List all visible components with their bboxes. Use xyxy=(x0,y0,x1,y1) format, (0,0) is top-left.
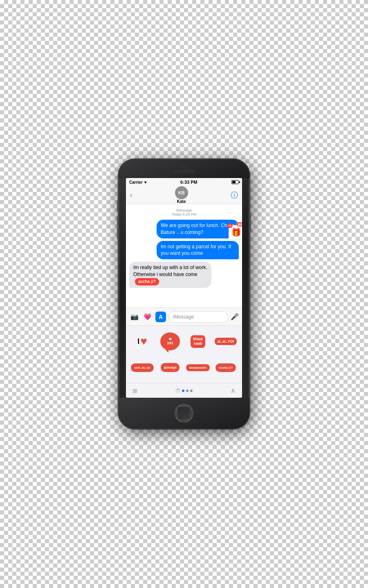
top-bezel xyxy=(119,159,249,178)
camera-button[interactable]: 📷 xyxy=(129,312,140,322)
gift-sticker: 🎁 +1 please xyxy=(229,225,242,240)
sticker-oohla[interactable]: ooh..la..la! xyxy=(129,355,155,380)
inline-sticker-acchaji: accha ji? xyxy=(135,278,159,285)
sticker-bhaai-saab[interactable]: bhaaisaab xyxy=(185,329,211,354)
bubble-1-text: We are going out for lunch. Chole Bature… xyxy=(161,223,234,235)
messages-area: iMessageToday 6:29 PM We are going out f… xyxy=(126,204,242,307)
message-row-2: Im not getting a parcel for you. If you … xyxy=(129,241,239,260)
wifi-icon: ▾ xyxy=(144,180,146,185)
sticker-khaamosh[interactable]: khaamosh! xyxy=(185,355,211,380)
bubble-3-text: Im really tied up with a lot of work. Ot… xyxy=(133,265,207,277)
sticker-khaamosh-content: khaamosh! xyxy=(186,364,210,371)
dot-3 xyxy=(190,390,193,392)
time-label: 6:33 PM xyxy=(180,180,197,185)
bubble-2: Im not getting a parcel for you. If you … xyxy=(157,241,239,260)
message-row-1: We are going out for lunch. Chole Bature… xyxy=(129,220,239,238)
panel-bottom: ⊞ ⏱ ∧ xyxy=(126,383,242,398)
back-button[interactable]: ‹ xyxy=(130,192,132,199)
page-dots: ⏱ xyxy=(175,388,193,394)
bubble-3: Im really tied up with a lot of work. Ot… xyxy=(129,262,211,288)
dot-2 xyxy=(186,390,188,392)
sticker-aiaiyo-content: ai..ai..YO! xyxy=(215,338,236,345)
input-bar: 📷 💗 A iMessage 🎤 xyxy=(126,307,242,325)
sticker-oohla-content: ooh..la..la! xyxy=(131,363,154,372)
status-right xyxy=(231,180,239,184)
nav-bar: ‹ KB Kate ⓘ xyxy=(126,186,242,204)
sticker-ainvayi[interactable]: ainvayi xyxy=(157,355,183,380)
sticker-acchaji[interactable]: accha ji? xyxy=(213,355,239,380)
carrier-label: Carrier xyxy=(129,180,143,185)
sticker-grid: I ♥ 💬 101 bhaaisaab xyxy=(126,326,242,383)
bubble-1: We are going out for lunch. Chole Bature… xyxy=(157,220,239,238)
bottom-bezel xyxy=(119,398,249,429)
sticker-badge-please: 🎁 +1 please xyxy=(226,222,242,243)
mic-button[interactable]: 🎤 xyxy=(231,313,239,321)
phone-screen: Carrier ▾ 6:33 PM ‹ KB Kate ⓘ xyxy=(126,178,242,398)
battery-icon xyxy=(231,180,239,184)
sticker-acchaji-content: accha ji? xyxy=(215,363,236,372)
contact-name: Kate xyxy=(177,199,186,204)
dot-1 xyxy=(182,390,184,392)
back-chevron: ‹ xyxy=(130,192,132,199)
info-icon: ⓘ xyxy=(231,191,238,199)
status-bar: Carrier ▾ 6:33 PM xyxy=(126,178,242,186)
camera xyxy=(182,165,186,169)
home-button-inner xyxy=(177,406,191,421)
app-store-button[interactable]: A xyxy=(155,312,166,322)
phone-frame: Carrier ▾ 6:33 PM ‹ KB Kate ⓘ xyxy=(119,159,249,429)
chevron-up-icon[interactable]: ∧ xyxy=(231,387,236,394)
home-button[interactable] xyxy=(175,404,193,423)
nav-center: KB Kate xyxy=(175,186,188,204)
heart-button[interactable]: 💗 xyxy=(142,312,153,322)
contact-avatar: KB xyxy=(175,186,188,199)
sticker-bhaai-content: bhaaisaab xyxy=(191,335,205,348)
info-button[interactable]: ⓘ xyxy=(231,190,238,200)
bubble-2-text: Im not getting a parcel for you. If you … xyxy=(161,244,231,256)
sticker-i-love-content: I ♥ xyxy=(137,336,147,347)
sticker-i-love[interactable]: I ♥ xyxy=(129,329,155,354)
grid-icon[interactable]: ⊞ xyxy=(132,388,137,394)
message-input[interactable]: iMessage xyxy=(168,311,228,323)
sticker-speech-content: 💬 101 xyxy=(160,332,180,350)
app-store-letter: A xyxy=(159,314,163,320)
sticker-panel: I ♥ 💬 101 bhaaisaab xyxy=(126,325,242,398)
clock-icon: ⏱ xyxy=(175,388,180,394)
sticker-ainvayi-content: ainvayi xyxy=(161,363,180,372)
timestamp-label: iMessageToday 6:29 PM xyxy=(129,208,239,216)
sticker-speech-101[interactable]: 💬 101 xyxy=(157,329,183,354)
input-placeholder: iMessage xyxy=(173,314,194,320)
avatar-initials: KB xyxy=(178,190,185,195)
plus-one-badge: +1 xyxy=(227,223,233,228)
sticker-aiaiyo[interactable]: ai..ai..YO! xyxy=(213,329,239,354)
speaker xyxy=(174,170,194,172)
please-text: please xyxy=(236,222,242,227)
status-left: Carrier ▾ xyxy=(129,180,146,185)
message-row-3: Im really tied up with a lot of work. Ot… xyxy=(129,262,239,288)
